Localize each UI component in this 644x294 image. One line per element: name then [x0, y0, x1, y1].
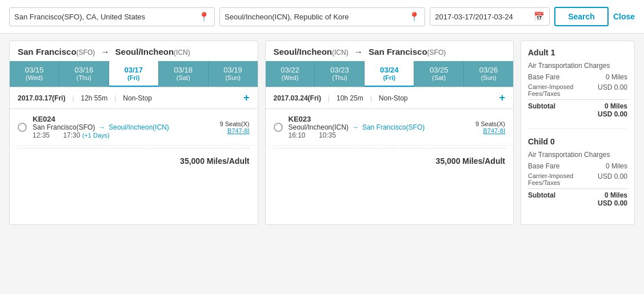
outbound-depart: 12:35 [33, 131, 50, 139]
adult-base-fare-label: Base Fare [528, 73, 606, 81]
outbound-aircraft-link[interactable]: B747-8I [220, 127, 250, 134]
outbound-add-button[interactable]: + [243, 92, 250, 104]
origin-field[interactable]: 📍 [9, 7, 215, 26]
outbound-radio[interactable] [18, 123, 27, 132]
calendar-icon: 📅 [534, 11, 545, 22]
price-sidebar: Adult 1 Air Transportation Charges Base … [521, 41, 635, 225]
inbound-tab-0[interactable]: 03/22(Wed) [266, 61, 315, 87]
outbound-flight-row: KE024 San Francisco(SFO) → Seoul/Incheon… [10, 109, 258, 146]
outbound-arrow: → [101, 47, 109, 57]
child-carrier-label: Carrier-Imposed Fees/Taxes [528, 172, 598, 186]
outbound-route: San Francisco(SFO) → Seoul/Incheon(ICN) [33, 123, 214, 131]
inbound-tab-1[interactable]: 03/23(Thu) [315, 61, 365, 87]
close-link[interactable]: Close [613, 12, 635, 21]
adult-charges-title: Air Transportation Charges [528, 62, 627, 70]
inbound-tab-2[interactable]: 03/24(Fri) [365, 61, 414, 87]
destination-input[interactable] [225, 13, 406, 21]
child-subtotal-value: 0 Miles USD 0.00 [598, 191, 627, 207]
outbound-route-to: Seoul/Incheon(ICN) [109, 123, 169, 131]
inbound-to-city: San Francisco [369, 47, 427, 57]
inbound-route-to: San Francisco(SFO) [362, 123, 425, 131]
inbound-info-bar: 2017.03.24(Fri) | 10h 25m | Non-Stop + [266, 87, 514, 109]
inbound-times: 16:10 10:35 [289, 131, 470, 139]
child-base-fare-value: 0 Miles [606, 162, 627, 170]
inbound-from-city: Seoul/Incheon [274, 47, 333, 57]
inbound-add-button[interactable]: + [499, 92, 505, 104]
search-button[interactable]: Search [554, 7, 609, 26]
child-carrier-value: USD 0.00 [598, 172, 627, 186]
flight-panels: San Francisco(SFO) → Seoul/Incheon(ICN) … [9, 41, 514, 225]
outbound-header: San Francisco(SFO) → Seoul/Incheon(ICN) [10, 41, 258, 61]
inbound-header: Seoul/Incheon(ICN) → San Francisco(SFO) [266, 41, 514, 61]
outbound-info-bar: 2017.03.17(Fri) | 12h 55m | Non-Stop + [10, 87, 258, 109]
inbound-date: 2017.03.24(Fri) [274, 94, 321, 102]
inbound-divider [274, 148, 506, 148]
outbound-plus-day: (+1 Days) [82, 132, 110, 139]
destination-field[interactable]: 📍 [219, 7, 425, 26]
inbound-radio[interactable] [274, 123, 283, 132]
inbound-date-tabs: 03/22(Wed) 03/23(Thu) 03/24(Fri) 03/25(S… [266, 61, 514, 87]
outbound-duration: 12h 55m [81, 94, 108, 102]
outbound-arrive: 17:30 [63, 131, 80, 139]
outbound-route-from: San Francisco(SFO) [33, 123, 95, 131]
inbound-seats: 9 Seats(X) [475, 120, 505, 127]
adult-title: Adult 1 [528, 48, 627, 57]
inbound-flight-row: KE023 Seoul/Incheon(ICN) → San Francisco… [266, 109, 514, 146]
child-base-fare-row: Base Fare 0 Miles [528, 162, 627, 170]
child-title: Child 0 [528, 137, 627, 146]
outbound-panel: San Francisco(SFO) → Seoul/Incheon(ICN) … [9, 41, 258, 225]
outbound-tab-2[interactable]: 03/17(Fri) [109, 61, 159, 87]
adult-subtotal-label: Subtotal [528, 102, 598, 118]
outbound-date-tabs: 03/15(Wed) 03/16(Thu) 03/17(Fri) 03/18(S… [10, 61, 258, 87]
main-content: San Francisco(SFO) → Seoul/Incheon(ICN) … [0, 34, 644, 232]
adult-carrier-label: Carrier-Imposed Fees/Taxes [528, 83, 598, 97]
inbound-route-arrow: → [352, 123, 359, 131]
adult-subtotal-row: Subtotal 0 Miles USD 0.00 [528, 99, 627, 118]
adult-subtotal-value: 0 Miles USD 0.00 [598, 102, 627, 118]
adult-carrier-row: Carrier-Imposed Fees/Taxes USD 0.00 [528, 83, 627, 97]
date-input[interactable] [435, 13, 534, 21]
date-field[interactable]: 📅 [430, 7, 550, 26]
inbound-tab-3[interactable]: 03/25(Sat) [414, 61, 464, 87]
outbound-times: 12:35 17:30 (+1 Days) [33, 131, 214, 139]
inbound-aircraft-link[interactable]: B747-8I [475, 127, 505, 134]
outbound-seats-info: 9 Seats(X) B747-8I [220, 120, 250, 134]
origin-input[interactable] [14, 13, 196, 21]
child-charges-title: Air Transportation Charges [528, 151, 627, 159]
outbound-tab-0[interactable]: 03/15(Wed) [10, 61, 59, 87]
outbound-date: 2017.03.17(Fri) [18, 94, 65, 102]
outbound-from-code: (SFO) [77, 49, 95, 57]
inbound-duration: 10h 25m [337, 94, 363, 102]
inbound-arrow: → [354, 47, 363, 57]
inbound-flight-number: KE023 [289, 115, 470, 123]
inbound-depart: 16:10 [289, 131, 306, 139]
outbound-flight-details: KE024 San Francisco(SFO) → Seoul/Incheon… [33, 115, 214, 139]
outbound-stop: Non-Stop [123, 94, 152, 102]
outbound-to-code: (ICN) [174, 49, 190, 57]
outbound-to-city: Seoul/Incheon [115, 47, 174, 57]
adult-carrier-value: USD 0.00 [598, 83, 627, 97]
adult-base-fare-value: 0 Miles [606, 73, 627, 81]
inbound-from-code: (ICN) [332, 49, 349, 57]
inbound-route-from: Seoul/Incheon(ICN) [289, 123, 349, 131]
outbound-from-city: San Francisco [18, 47, 77, 57]
inbound-tab-4[interactable]: 03/26(Sun) [464, 61, 513, 87]
outbound-flight-number: KE024 [33, 115, 214, 123]
outbound-route-arrow: → [98, 123, 105, 131]
child-base-fare-label: Base Fare [528, 162, 606, 170]
inbound-arrive: 10:35 [319, 131, 336, 139]
inbound-to-code: (SFO) [427, 49, 446, 57]
inbound-route: Seoul/Incheon(ICN) → San Francisco(SFO) [289, 123, 470, 131]
inbound-panel: Seoul/Incheon(ICN) → San Francisco(SFO) … [265, 41, 514, 225]
inbound-flight-details: KE023 Seoul/Incheon(ICN) → San Francisco… [289, 115, 470, 139]
inbound-stop: Non-Stop [379, 94, 408, 102]
outbound-divider [18, 148, 250, 148]
child-carrier-row: Carrier-Imposed Fees/Taxes USD 0.00 [528, 172, 627, 186]
outbound-tab-1[interactable]: 03/16(Thu) [59, 61, 109, 87]
outbound-seats: 9 Seats(X) [220, 120, 250, 127]
child-subtotal-label: Subtotal [528, 191, 598, 207]
outbound-price: 35,000 Miles/Adult [10, 151, 258, 171]
origin-pin-icon: 📍 [198, 11, 210, 22]
outbound-tab-4[interactable]: 03/19(Sun) [209, 61, 258, 87]
outbound-tab-3[interactable]: 03/18(Sat) [159, 61, 209, 87]
